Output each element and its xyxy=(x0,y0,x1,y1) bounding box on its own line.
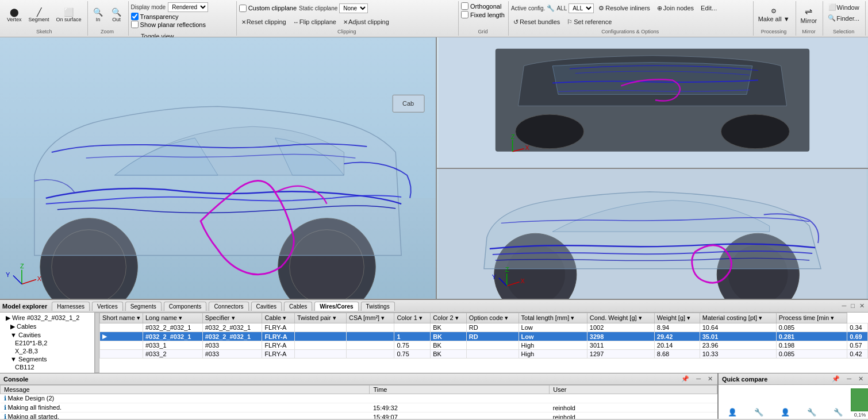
cell-mat_cost: 0.085 xyxy=(776,323,847,332)
zoom-out-btn[interactable]: 🔍 Out xyxy=(109,7,125,24)
quick-compare-panel: Quick compare 📌 ─ ✕ 👤🔧👤🔧🔧0,1%0,1%0,1%0,1… xyxy=(719,373,868,419)
active-config-select[interactable]: ALL xyxy=(569,3,594,13)
col-specifier[interactable]: Specifier ▾ xyxy=(202,313,262,323)
me-tab-wires-cores[interactable]: Wires/Cores xyxy=(314,302,358,311)
zoom-in-btn[interactable]: 🔍 In xyxy=(90,7,106,24)
side-view-svg: X Z Y xyxy=(437,169,868,299)
me-resize-handle[interactable] xyxy=(95,313,99,373)
viewport-bottom-right[interactable]: X Z Y xyxy=(437,169,868,299)
viewports: Cab X Z Y xyxy=(0,37,868,299)
tree-item[interactable]: ▶ Cables xyxy=(1,322,93,331)
col-total-length--mm-[interactable]: Total length [mm] ▾ xyxy=(519,313,587,323)
cell-specifier: FLRY-A xyxy=(262,350,295,359)
cell-color1: BK xyxy=(431,350,467,359)
cell-option: Low xyxy=(519,323,587,332)
static-clipplane-select[interactable]: None xyxy=(339,3,368,13)
reset-bundles-btn[interactable]: ↺ Reset bundles xyxy=(511,17,562,27)
table-row[interactable]: #032_2_#032_1#032_2_#032_1FLRY-ABKRDLow1… xyxy=(100,323,868,332)
viewport-top-right[interactable]: X Z xyxy=(437,37,868,169)
cell-specifier: FLRY-A xyxy=(262,341,295,350)
cell-specifier: FLRY-A xyxy=(262,323,295,332)
cell-cable xyxy=(295,341,347,350)
cell-csa: 1 xyxy=(394,332,431,341)
me-tab-twistings[interactable]: Twistings xyxy=(361,302,395,311)
col-option-code[interactable]: Option code ▾ xyxy=(466,313,519,323)
surface-icon: ⬜ xyxy=(64,8,74,16)
col-material-costing--pt-[interactable]: Material costing [pt] ▾ xyxy=(700,313,776,323)
viewport-main[interactable]: Cab X Z Y xyxy=(0,37,437,299)
me-tab-vertices[interactable]: Vertices xyxy=(92,302,123,311)
col-long-name[interactable]: Long name ▾ xyxy=(143,313,202,323)
tree-item[interactable]: ▶ Wire #032_2_#032_1_2 xyxy=(1,314,93,322)
segment-btn[interactable]: ╱ Segment xyxy=(26,7,52,24)
qc-close-btn[interactable]: ✕ xyxy=(857,375,865,383)
grid-group: Orthogonal Fixed length Grid xyxy=(459,1,509,36)
join-nodes-btn[interactable]: ⊕ Join nodes xyxy=(655,3,696,13)
me-tab-segments[interactable]: Segments xyxy=(125,302,162,311)
col-cond--weight--g-[interactable]: Cond. Weight [g] ▾ xyxy=(587,313,654,323)
svg-text:Z: Z xyxy=(20,263,24,269)
reset-clipping-btn[interactable]: ✕ Reset clipping xyxy=(239,17,289,26)
adjust-clipping-btn[interactable]: ✕ Adjust clipping xyxy=(341,17,391,26)
me-maximize-btn[interactable]: □ xyxy=(850,302,856,310)
console-pin-btn[interactable]: 📌 xyxy=(680,375,690,383)
cell-option: Low xyxy=(519,332,587,341)
col-twisted-pair[interactable]: Twisted pair ▾ xyxy=(295,313,347,323)
me-tab-components[interactable]: Components xyxy=(164,302,207,311)
vertex-btn[interactable]: ⬤ Vertex xyxy=(5,7,24,24)
make-all-btn[interactable]: ⚙ Make all ▼ xyxy=(756,6,792,24)
finder-btn[interactable]: 🔍 Finder... xyxy=(825,13,862,23)
col-color-2[interactable]: Color 2 ▾ xyxy=(431,313,467,323)
resolve-inliners-btn[interactable]: ⚙ Resolve inliners xyxy=(596,3,652,13)
tree-item[interactable]: X_2-B,3 xyxy=(1,347,93,355)
me-tab-connectors[interactable]: Connectors xyxy=(209,302,248,311)
tree-item[interactable]: E210*1-B,2 xyxy=(1,339,93,347)
main-viewport-svg: Cab X Z Y xyxy=(0,37,436,299)
svg-text:X: X xyxy=(521,277,525,284)
console-minimize-btn[interactable]: ─ xyxy=(695,375,702,383)
config-group: Active config. 🔧 ALL ALL ⚙ Resolve inlin… xyxy=(509,1,754,36)
me-tab-cavities[interactable]: Cavities xyxy=(251,302,282,311)
cell-twisted xyxy=(346,341,394,350)
qc-icon-3[interactable]: 🔧 xyxy=(802,408,821,417)
set-reference-btn[interactable]: ⚐ Set reference xyxy=(564,17,614,27)
show-planar-check[interactable]: Show planar reflections xyxy=(131,21,206,28)
tree-item[interactable]: CB112 xyxy=(1,363,93,371)
mirror-btn[interactable]: ⇌ Mirror xyxy=(798,5,820,25)
qc-icon-0[interactable]: 👤 xyxy=(723,408,742,417)
table-row[interactable]: ▶#032_2_#032_1#032_2_#032_1FLRY-A1BKRDLo… xyxy=(100,332,868,341)
qc-body: 👤🔧👤🔧🔧0,1%0,1%0,1%0,1%0,0% xyxy=(719,385,868,419)
me-tab-cables[interactable]: Cables xyxy=(284,302,312,311)
col-cable[interactable]: Cable ▾ xyxy=(262,313,295,323)
qc-minimize-btn[interactable]: ─ xyxy=(846,375,852,383)
col-process-time--min[interactable]: Process time [min ▾ xyxy=(776,313,847,323)
me-body: ▶ Wire #032_2_#032_1_2▶ Cables▼ Cavities… xyxy=(0,313,868,373)
tree-item[interactable]: ▼ Cavities xyxy=(1,331,93,339)
qc-icon-4[interactable]: 🔧 xyxy=(829,408,847,417)
cell-cond_w: 20.14 xyxy=(654,341,700,350)
display-mode-select[interactable]: Rendered xyxy=(168,2,208,12)
me-minimize-btn[interactable]: ─ xyxy=(841,302,848,310)
console-close-btn[interactable]: ✕ xyxy=(706,375,714,383)
qc-icon-1[interactable]: 🔧 xyxy=(750,408,768,417)
cell-long: #032_2_#032_1 xyxy=(202,323,262,332)
me-close-btn[interactable]: ✕ xyxy=(858,302,866,310)
qc-pin-btn[interactable]: 📌 xyxy=(831,375,841,383)
col-weight--g-[interactable]: Weight [g] ▾ xyxy=(654,313,700,323)
qc-icon-2[interactable]: 👤 xyxy=(776,408,794,417)
col-csa--mm--[interactable]: CSA [mm²] ▾ xyxy=(346,313,394,323)
table-row[interactable]: #033_2#033FLRY-A0.75BKHigh12978.6810.330… xyxy=(100,350,868,359)
table-row[interactable]: #033_1#033FLRY-A0.75BKHigh301120.1423.96… xyxy=(100,341,868,350)
me-tab-harnesses[interactable]: Harnesses xyxy=(52,302,90,311)
window-btn[interactable]: ⬜ Window xyxy=(826,2,862,12)
tree-item[interactable]: ▼ Segments xyxy=(1,355,93,363)
cell-total_len: 3011 xyxy=(587,341,654,350)
col-short-name[interactable]: Short name ▾ xyxy=(100,313,143,323)
qc-bar-0[interactable] xyxy=(851,388,868,411)
svg-text:Cab: Cab xyxy=(402,100,414,107)
edit-btn[interactable]: Edit... xyxy=(698,3,719,13)
col-color-1[interactable]: Color 1 ▾ xyxy=(394,313,431,323)
transparency-check[interactable]: Transparency xyxy=(131,13,179,20)
on-surface-btn[interactable]: ⬜ On surface xyxy=(54,7,84,24)
flip-clipplane-btn[interactable]: ↔ Flip clipplane xyxy=(291,17,339,26)
